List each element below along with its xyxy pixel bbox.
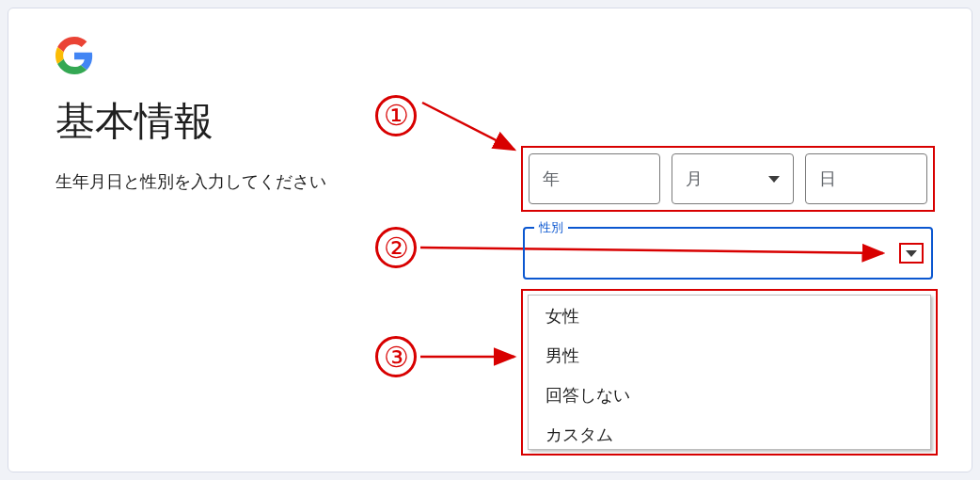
callout-3-arrow (417, 336, 525, 377)
chevron-down-icon (906, 250, 917, 257)
callout-1-arrow (417, 71, 525, 160)
chevron-down-icon (768, 176, 780, 183)
gender-legend: 性別 (534, 219, 568, 236)
day-label: 日 (819, 168, 836, 190)
gender-select[interactable]: 性別 (523, 227, 933, 280)
year-input[interactable]: 年 (529, 153, 660, 204)
gender-option[interactable]: 男性 (529, 335, 930, 375)
gender-option[interactable]: カスタム (529, 414, 930, 449)
signup-card: 基本情報 生年月日と性別を入力してください ① 年 月 日 ② 性別 (8, 8, 972, 472)
svg-line-0 (422, 103, 514, 150)
gender-dropdown-highlight: 女性 男性 回答しない カスタム (521, 289, 938, 456)
callout-3-badge: ③ (375, 336, 417, 377)
month-select[interactable]: 月 (672, 153, 794, 204)
callout-1: ① (375, 71, 525, 160)
callout-1-badge: ① (375, 95, 417, 136)
gender-option[interactable]: 女性 (529, 296, 930, 335)
birthdate-group-highlight: 年 月 日 (521, 146, 935, 212)
year-label: 年 (543, 168, 560, 190)
gender-select-wrap: 性別 (523, 227, 933, 280)
day-input[interactable]: 日 (805, 153, 927, 204)
callout-3: ③ (375, 336, 525, 377)
month-label: 月 (686, 168, 703, 190)
callout-2-badge: ② (375, 227, 417, 268)
gender-option[interactable]: 回答しない (529, 375, 930, 414)
gender-caret-highlight (899, 243, 924, 264)
gender-dropdown: 女性 男性 回答しない カスタム (528, 295, 931, 450)
